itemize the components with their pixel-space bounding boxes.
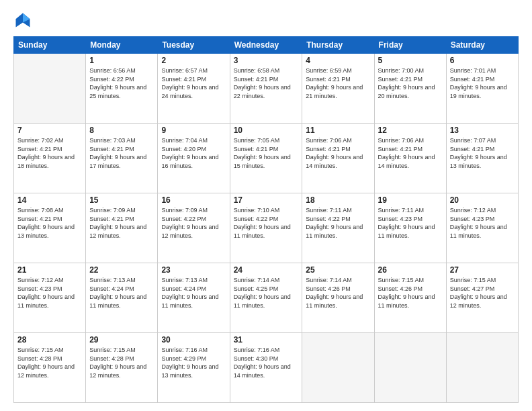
calendar-week-row: 28Sunrise: 7:15 AMSunset: 4:28 PMDayligh…	[14, 333, 519, 403]
day-info: Sunrise: 7:07 AMSunset: 4:21 PMDaylight:…	[450, 136, 515, 170]
calendar-cell: 21Sunrise: 7:12 AMSunset: 4:23 PMDayligh…	[14, 263, 86, 333]
calendar-cell: 27Sunrise: 7:15 AMSunset: 4:27 PMDayligh…	[446, 263, 518, 333]
day-info: Sunrise: 7:10 AMSunset: 4:22 PMDaylight:…	[234, 206, 299, 240]
day-number: 20	[450, 195, 515, 205]
day-number: 14	[17, 195, 82, 205]
day-number: 30	[161, 335, 226, 345]
logo	[13, 11, 35, 30]
day-number: 11	[306, 126, 370, 135]
day-number: 24	[234, 265, 299, 275]
calendar-header-row: SundayMondayTuesdayWednesdayThursdayFrid…	[14, 37, 519, 54]
day-number: 23	[161, 265, 226, 275]
calendar-day-header: Saturday	[446, 37, 518, 54]
logo-icon	[13, 11, 32, 30]
day-number: 9	[161, 126, 226, 135]
day-info: Sunrise: 7:11 AMSunset: 4:23 PMDaylight:…	[378, 206, 443, 240]
calendar-cell: 17Sunrise: 7:10 AMSunset: 4:22 PMDayligh…	[230, 193, 302, 263]
day-number: 22	[89, 265, 154, 275]
calendar-cell: 24Sunrise: 7:14 AMSunset: 4:25 PMDayligh…	[230, 263, 302, 333]
day-info: Sunrise: 6:58 AMSunset: 4:21 PMDaylight:…	[234, 66, 299, 100]
calendar-cell: 4Sunrise: 6:59 AMSunset: 4:21 PMDaylight…	[302, 54, 374, 124]
calendar-cell: 3Sunrise: 6:58 AMSunset: 4:21 PMDaylight…	[230, 54, 302, 124]
calendar-cell: 18Sunrise: 7:11 AMSunset: 4:22 PMDayligh…	[302, 193, 374, 263]
day-number: 2	[161, 56, 226, 65]
day-number: 1	[89, 56, 154, 65]
calendar-week-row: 1Sunrise: 6:56 AMSunset: 4:22 PMDaylight…	[14, 54, 519, 124]
calendar-day-header: Thursday	[302, 37, 374, 54]
calendar-cell: 15Sunrise: 7:09 AMSunset: 4:21 PMDayligh…	[86, 193, 158, 263]
day-info: Sunrise: 7:12 AMSunset: 4:23 PMDaylight:…	[17, 276, 82, 310]
day-info: Sunrise: 7:14 AMSunset: 4:25 PMDaylight:…	[234, 276, 299, 310]
day-number: 15	[89, 195, 154, 205]
day-info: Sunrise: 7:03 AMSunset: 4:21 PMDaylight:…	[89, 136, 154, 170]
calendar-cell: 28Sunrise: 7:15 AMSunset: 4:28 PMDayligh…	[14, 333, 86, 403]
header	[13, 11, 519, 30]
page: SundayMondayTuesdayWednesdayThursdayFrid…	[0, 0, 532, 411]
calendar-week-row: 21Sunrise: 7:12 AMSunset: 4:23 PMDayligh…	[14, 263, 519, 333]
day-number: 6	[450, 56, 515, 65]
day-info: Sunrise: 7:02 AMSunset: 4:21 PMDaylight:…	[17, 136, 82, 170]
calendar-cell: 23Sunrise: 7:13 AMSunset: 4:24 PMDayligh…	[158, 263, 230, 333]
day-info: Sunrise: 7:15 AMSunset: 4:26 PMDaylight:…	[378, 276, 443, 310]
day-info: Sunrise: 7:14 AMSunset: 4:26 PMDaylight:…	[306, 276, 370, 310]
calendar-cell: 12Sunrise: 7:06 AMSunset: 4:21 PMDayligh…	[374, 124, 446, 193]
day-info: Sunrise: 7:15 AMSunset: 4:28 PMDaylight:…	[17, 346, 82, 379]
calendar-cell: 2Sunrise: 6:57 AMSunset: 4:21 PMDaylight…	[158, 54, 230, 124]
calendar-cell: 30Sunrise: 7:16 AMSunset: 4:29 PMDayligh…	[158, 333, 230, 403]
calendar-cell: 11Sunrise: 7:06 AMSunset: 4:21 PMDayligh…	[302, 124, 374, 193]
day-info: Sunrise: 7:11 AMSunset: 4:22 PMDaylight:…	[306, 206, 370, 240]
day-info: Sunrise: 6:59 AMSunset: 4:21 PMDaylight:…	[306, 66, 370, 100]
day-number: 3	[234, 56, 299, 65]
calendar-cell: 9Sunrise: 7:04 AMSunset: 4:20 PMDaylight…	[158, 124, 230, 193]
calendar-day-header: Monday	[86, 37, 158, 54]
calendar-cell: 16Sunrise: 7:09 AMSunset: 4:22 PMDayligh…	[158, 193, 230, 263]
calendar-day-header: Sunday	[14, 37, 86, 54]
day-info: Sunrise: 7:13 AMSunset: 4:24 PMDaylight:…	[161, 276, 226, 310]
day-info: Sunrise: 7:12 AMSunset: 4:23 PMDaylight:…	[450, 206, 515, 240]
day-number: 19	[378, 195, 443, 205]
calendar-table: SundayMondayTuesdayWednesdayThursdayFrid…	[13, 36, 519, 403]
day-number: 7	[17, 126, 82, 135]
day-info: Sunrise: 7:16 AMSunset: 4:29 PMDaylight:…	[161, 346, 226, 379]
day-info: Sunrise: 7:06 AMSunset: 4:21 PMDaylight:…	[378, 136, 443, 170]
day-info: Sunrise: 7:15 AMSunset: 4:27 PMDaylight:…	[450, 276, 515, 310]
day-number: 8	[89, 126, 154, 135]
day-number: 5	[378, 56, 443, 65]
day-number: 27	[450, 265, 515, 275]
calendar-day-header: Wednesday	[230, 37, 302, 54]
day-info: Sunrise: 6:57 AMSunset: 4:21 PMDaylight:…	[161, 66, 226, 100]
calendar-day-header: Tuesday	[158, 37, 230, 54]
calendar-cell	[374, 333, 446, 403]
day-number: 10	[234, 126, 299, 135]
calendar-cell: 6Sunrise: 7:01 AMSunset: 4:21 PMDaylight…	[446, 54, 518, 124]
day-info: Sunrise: 7:00 AMSunset: 4:21 PMDaylight:…	[378, 66, 443, 100]
day-info: Sunrise: 7:05 AMSunset: 4:21 PMDaylight:…	[234, 136, 299, 170]
day-info: Sunrise: 7:06 AMSunset: 4:21 PMDaylight:…	[306, 136, 370, 170]
calendar-cell: 7Sunrise: 7:02 AMSunset: 4:21 PMDaylight…	[14, 124, 86, 193]
day-info: Sunrise: 7:01 AMSunset: 4:21 PMDaylight:…	[450, 66, 515, 100]
calendar-cell: 26Sunrise: 7:15 AMSunset: 4:26 PMDayligh…	[374, 263, 446, 333]
calendar-cell	[302, 333, 374, 403]
calendar-cell: 25Sunrise: 7:14 AMSunset: 4:26 PMDayligh…	[302, 263, 374, 333]
day-number: 28	[17, 335, 82, 345]
day-number: 16	[161, 195, 226, 205]
calendar-cell: 8Sunrise: 7:03 AMSunset: 4:21 PMDaylight…	[86, 124, 158, 193]
day-info: Sunrise: 7:09 AMSunset: 4:21 PMDaylight:…	[89, 206, 154, 240]
day-number: 26	[378, 265, 443, 275]
day-info: Sunrise: 7:09 AMSunset: 4:22 PMDaylight:…	[161, 206, 226, 240]
calendar-cell: 20Sunrise: 7:12 AMSunset: 4:23 PMDayligh…	[446, 193, 518, 263]
calendar-day-header: Friday	[374, 37, 446, 54]
calendar-cell	[446, 333, 518, 403]
day-number: 25	[306, 265, 370, 275]
calendar-cell: 22Sunrise: 7:13 AMSunset: 4:24 PMDayligh…	[86, 263, 158, 333]
day-number: 21	[17, 265, 82, 275]
day-number: 29	[89, 335, 154, 345]
day-info: Sunrise: 7:13 AMSunset: 4:24 PMDaylight:…	[89, 276, 154, 310]
day-number: 18	[306, 195, 370, 205]
calendar-cell: 19Sunrise: 7:11 AMSunset: 4:23 PMDayligh…	[374, 193, 446, 263]
day-number: 13	[450, 126, 515, 135]
day-number: 4	[306, 56, 370, 65]
calendar-cell: 29Sunrise: 7:15 AMSunset: 4:28 PMDayligh…	[86, 333, 158, 403]
day-info: Sunrise: 7:15 AMSunset: 4:28 PMDaylight:…	[89, 346, 154, 379]
calendar-cell: 1Sunrise: 6:56 AMSunset: 4:22 PMDaylight…	[86, 54, 158, 124]
